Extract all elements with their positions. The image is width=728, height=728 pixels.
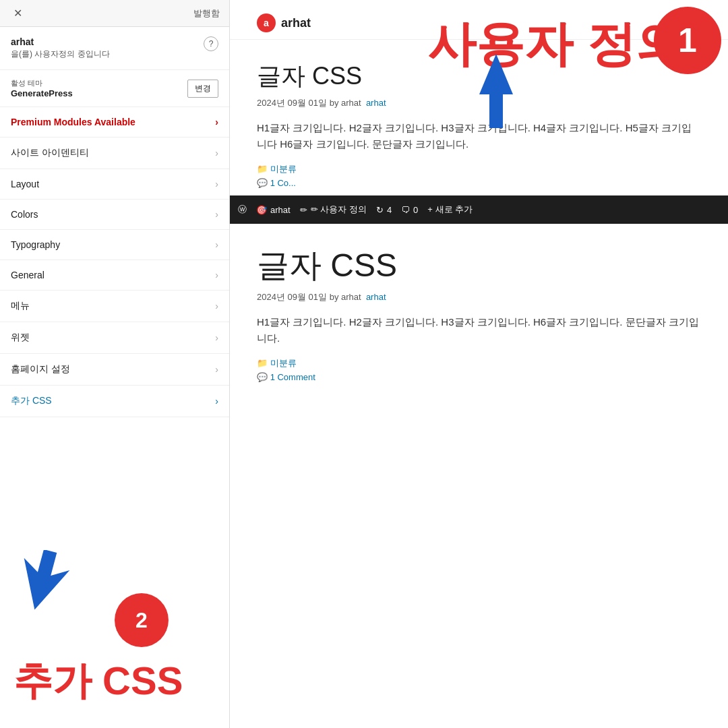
category-link[interactable]: 미분류 xyxy=(270,164,297,174)
refresh-icon: ↻ xyxy=(376,205,384,215)
chevron-icon: › xyxy=(215,239,218,250)
lower-post-body: H1글자 크기입니다. H2글자 크기입니다. H3글자 크기입니다. H6글자… xyxy=(257,314,701,346)
theme-description: 을(를) 사용자정의 중입니다 xyxy=(11,49,110,60)
lower-category-link[interactable]: 미분류 xyxy=(270,358,297,368)
customizer-panel: ✕ 발행함 arhat 을(를) 사용자정의 중입니다 ? 활성 테마 Gene… xyxy=(0,0,230,728)
active-theme-label: 활성 테마 xyxy=(11,78,73,88)
lower-post-title: 글자 CSS xyxy=(257,244,701,287)
menu-item-label: 메뉴 xyxy=(11,300,30,312)
svg-marker-0 xyxy=(12,550,73,611)
lower-post-cats: 📁 미분류 xyxy=(257,357,701,369)
menu-item-site-identity[interactable]: 사이트 아이덴티티› xyxy=(0,138,229,169)
comments-link[interactable]: 1 Co... xyxy=(270,178,296,188)
chat-icon: 🗨 xyxy=(401,205,410,215)
post-comments-top: 💬 1 Co... xyxy=(257,178,701,188)
menu-item-label: 위젯 xyxy=(11,332,30,344)
lower-post-comments: 💬 1 Comment xyxy=(257,372,701,382)
menu-item-label: Colors xyxy=(11,209,38,220)
chevron-icon: › xyxy=(215,179,218,189)
chevron-icon: › xyxy=(215,396,218,406)
blog-preview-lower: 글자 CSS 2024년 09월 01일 by arhat arhat H1글자… xyxy=(230,224,728,728)
post-cats-top: 📁 미분류 xyxy=(257,163,701,175)
help-button[interactable]: ? xyxy=(204,36,218,51)
active-theme-name: GeneratePress xyxy=(11,88,73,98)
menu-item-label: Layout xyxy=(11,179,39,189)
change-theme-button[interactable]: 변경 xyxy=(187,80,218,98)
menu-item-layout[interactable]: Layout› xyxy=(0,169,229,200)
logo-icon: a xyxy=(257,13,276,32)
chevron-icon: › xyxy=(215,301,218,311)
admin-bar-add[interactable]: + 새로 추가 xyxy=(427,204,473,216)
chevron-icon: › xyxy=(215,364,218,375)
menu-item-homepage[interactable]: 홈페이지 설정› xyxy=(0,354,229,386)
menu-item-premium[interactable]: Premium Modules Available› xyxy=(0,107,229,138)
menu-item-label: 추가 CSS xyxy=(11,395,52,407)
menu-item-extra-css[interactable]: 추가 CSS› xyxy=(0,386,229,417)
menu-item-label: General xyxy=(11,270,44,280)
badge-2: 2 xyxy=(115,593,169,647)
menu-item-label: 홈페이지 설정 xyxy=(11,363,70,375)
arrow-down-annotation xyxy=(469,54,523,131)
blog-logo-text: arhat xyxy=(281,16,311,30)
admin-bar-site[interactable]: 🎯 arhat xyxy=(256,205,291,215)
chevron-icon: › xyxy=(215,148,218,158)
blog-header: a arhat xyxy=(230,0,728,40)
publish-button[interactable]: 발행함 xyxy=(193,7,220,20)
close-button[interactable]: ✕ xyxy=(9,5,26,21)
theme-info-text: arhat 을(를) 사용자정의 중입니다 xyxy=(11,36,110,60)
chevron-icon: › xyxy=(215,332,218,343)
active-theme-info: 활성 테마 GeneratePress xyxy=(11,78,73,98)
customizer-menu: Premium Modules Available›사이트 아이덴티티›Layo… xyxy=(0,107,229,728)
admin-bar-likes[interactable]: 🗨 0 xyxy=(401,205,418,215)
chevron-icon: › xyxy=(215,270,218,280)
site-icon: 🎯 xyxy=(256,205,267,215)
arrow-up-annotation xyxy=(12,550,73,613)
badge-1: 1 xyxy=(654,7,721,74)
extra-css-annotation: 추가 CSS xyxy=(13,655,183,708)
lower-post-meta: 2024년 09월 01일 by arhat arhat xyxy=(257,291,701,303)
menu-item-label: Premium Modules Available xyxy=(11,117,135,127)
admin-bar-comments[interactable]: ↻ 4 xyxy=(376,205,392,215)
chevron-icon: › xyxy=(215,209,218,220)
lower-author-link[interactable]: arhat xyxy=(366,292,386,302)
svg-marker-1 xyxy=(479,54,513,128)
top-bar: ✕ 발행함 xyxy=(0,0,229,27)
admin-bar: ⓦ 🎯 arhat ✏ ✏ 사용자 정의 ↻ 4 🗨 0 + 새로 추가 xyxy=(230,195,728,224)
blog-logo: a arhat xyxy=(257,13,701,32)
active-theme-section: 활성 테마 GeneratePress 변경 xyxy=(0,70,229,107)
theme-info: arhat 을(를) 사용자정의 중입니다 ? xyxy=(0,27,229,70)
admin-bar-edit[interactable]: ✏ ✏ 사용자 정의 xyxy=(300,204,367,216)
wp-icon: ⓦ xyxy=(238,204,247,216)
pencil-icon: ✏ xyxy=(300,205,307,215)
menu-item-label: 사이트 아이덴티티 xyxy=(11,147,89,159)
lower-blog-content: 글자 CSS 2024년 09월 01일 by arhat arhat H1글자… xyxy=(230,224,728,405)
menu-item-general[interactable]: General› xyxy=(0,260,229,291)
menu-item-widget[interactable]: 위젯› xyxy=(0,322,229,354)
menu-item-colors[interactable]: Colors› xyxy=(0,200,229,230)
theme-name: arhat xyxy=(11,36,110,47)
menu-item-menu[interactable]: 메뉴› xyxy=(0,291,229,322)
preview-panel: a arhat 글자 CSS 2024년 09월 01일 by arhat ar… xyxy=(230,0,728,728)
chevron-icon: › xyxy=(215,117,218,127)
menu-item-typography[interactable]: Typography› xyxy=(0,230,229,260)
post-author-link[interactable]: arhat xyxy=(366,98,386,108)
lower-comments-link[interactable]: 1 Comment xyxy=(270,372,315,382)
menu-item-label: Typography xyxy=(11,239,60,250)
